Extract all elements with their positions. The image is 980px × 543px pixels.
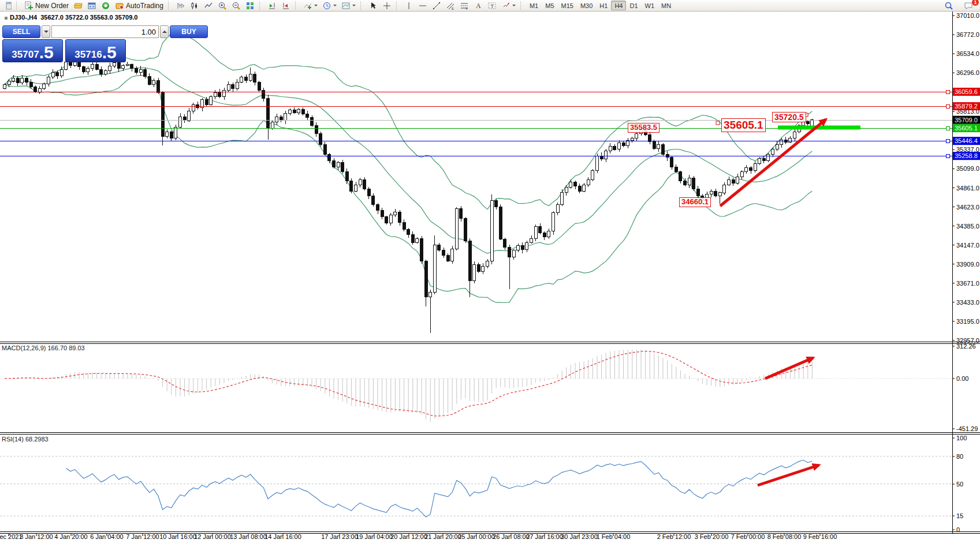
svg-text:30 Jan 23:00: 30 Jan 23:00	[561, 533, 598, 540]
templates-button[interactable]	[339, 1, 358, 10]
terminal-window-button[interactable]	[85, 1, 99, 10]
search-icon[interactable]	[942, 1, 956, 10]
svg-text:33671.0: 33671.0	[956, 280, 979, 287]
window-partial-icon	[2, 1, 12, 10]
horizontal-line-button[interactable]	[416, 1, 430, 10]
toolbar-label: M5	[545, 2, 554, 9]
svg-text:25 Jan 00:00: 25 Jan 00:00	[458, 533, 495, 540]
candles-icon	[190, 1, 199, 10]
tf-h4[interactable]: H4	[611, 1, 626, 10]
tf-h1[interactable]: H1	[596, 1, 611, 10]
svg-text:E: E	[452, 7, 454, 10]
zoom-in-icon	[218, 1, 227, 10]
svg-text:17 Jan 23:00: 17 Jan 23:00	[321, 533, 358, 540]
svg-text:34385.0: 34385.0	[956, 223, 979, 230]
svg-text:80: 80	[956, 453, 963, 460]
toolbar-separator	[259, 1, 264, 10]
sell-button[interactable]: SELL	[2, 25, 40, 38]
toolbar-separator	[396, 1, 401, 10]
candlestick-chart-button[interactable]	[188, 1, 202, 10]
vertical-line-button[interactable]	[402, 1, 416, 10]
price-annotation[interactable]: 35720.5	[772, 112, 806, 122]
svg-text:312.26: 312.26	[956, 343, 976, 350]
chart-canvas[interactable]: 37010.036772.036534.036296.035813.035337…	[0, 0, 980, 543]
periods-button[interactable]	[320, 1, 339, 10]
volume-increase-button[interactable]	[160, 25, 169, 38]
price-annotation[interactable]: 35583.5	[628, 123, 659, 133]
chart-shift-button[interactable]	[279, 1, 293, 10]
price-axis[interactable]: 37010.036772.036534.036296.035813.035337…	[952, 12, 980, 533]
svg-text:0.00: 0.00	[956, 375, 968, 382]
svg-text:10 Jan 16:00: 10 Jan 16:00	[159, 533, 196, 540]
crosshair-button[interactable]	[380, 1, 394, 10]
indicators-button[interactable]	[301, 1, 320, 10]
price-annotation[interactable]: 35605.1	[721, 118, 766, 132]
tf-m30[interactable]: M30	[577, 1, 596, 10]
buy-button[interactable]: BUY	[170, 25, 208, 38]
svg-text:36534.0: 36534.0	[956, 50, 979, 57]
svg-text:3 Feb 20:00: 3 Feb 20:00	[695, 533, 729, 540]
tf-m1[interactable]: M1	[526, 1, 542, 10]
svg-text:6 Jan 04:00: 6 Jan 04:00	[90, 533, 124, 540]
arrows-button[interactable]	[499, 1, 518, 10]
zoom-out-button[interactable]	[229, 1, 243, 10]
tf-w1[interactable]: W1	[642, 1, 658, 10]
new-order-icon	[24, 1, 33, 10]
toolbar-label: AutoTrading	[126, 2, 163, 10]
tile-icon	[245, 1, 255, 10]
svg-text:26 Jan 08:00: 26 Jan 08:00	[493, 533, 530, 540]
svg-text:34147.0: 34147.0	[956, 242, 979, 249]
hline-icon	[418, 1, 427, 10]
cursor-icon	[368, 1, 378, 10]
broadcast-button[interactable]	[99, 1, 113, 10]
new-order-button[interactable]: New Order	[22, 1, 71, 10]
cursor-button[interactable]	[366, 1, 380, 10]
tf-mn[interactable]: MN	[658, 1, 675, 10]
toolbar: New OrderAutoTradingEFATM1M5M15M30H1H4D1…	[0, 0, 980, 12]
toolbar-separator	[168, 1, 173, 10]
text-a-icon: A	[474, 1, 483, 10]
auto-scroll-button[interactable]	[265, 1, 279, 10]
deposit-button[interactable]	[71, 1, 85, 10]
svg-text:34623.0: 34623.0	[956, 204, 979, 211]
time-axis[interactable]: Dec 20213 Jan 12:004 Jan 20:006 Jan 04:0…	[0, 533, 837, 540]
tf-m15[interactable]: M15	[558, 1, 577, 10]
volume-decrease-button[interactable]	[42, 25, 50, 38]
sell-price-frac: .5	[39, 44, 54, 61]
svg-text:12 Jan 00:00: 12 Jan 00:00	[194, 533, 231, 540]
channel-button[interactable]: E	[444, 1, 457, 10]
ohlc-low: 35563.0	[90, 14, 113, 21]
fibo-icon: F	[460, 1, 469, 10]
svg-text:15: 15	[956, 512, 963, 519]
trendline-button[interactable]	[430, 1, 444, 10]
bar-chart-button[interactable]	[174, 1, 188, 10]
toolbar-label: H1	[599, 2, 608, 9]
buy-price-display[interactable]: 35716.5	[65, 39, 126, 62]
trendline-icon	[432, 1, 441, 10]
macd-histogram	[5, 349, 812, 422]
svg-text:20 Jan 12:00: 20 Jan 12:00	[390, 533, 427, 540]
text-button[interactable]: A	[471, 1, 485, 10]
volume-input[interactable]	[51, 25, 159, 38]
price-annotation[interactable]: 34660.1	[679, 197, 711, 207]
tf-m5[interactable]: M5	[542, 1, 557, 10]
svg-text:F: F	[465, 7, 468, 10]
toolbar-separator	[360, 1, 365, 10]
zoom-in-button[interactable]	[215, 1, 229, 10]
chevron-down-icon	[333, 5, 337, 8]
tile-windows-button[interactable]	[243, 1, 257, 10]
line-chart-button[interactable]	[202, 1, 215, 10]
fibonacci-button[interactable]: F	[457, 1, 471, 10]
autotrading-button[interactable]: AutoTrading	[113, 1, 166, 10]
svg-text:3 Jan 12:00: 3 Jan 12:00	[20, 533, 53, 540]
pane-borders	[0, 12, 980, 534]
rsi-trend-arrow[interactable]	[758, 465, 819, 485]
chat-icon[interactable]: 1	[962, 1, 975, 10]
text-label-button[interactable]: T	[485, 1, 499, 10]
toolbar-label: W1	[645, 2, 655, 9]
sell-price-display[interactable]: 35707.5	[2, 39, 63, 62]
toolbar-label: New Order	[35, 2, 69, 10]
tf-d1[interactable]: D1	[626, 1, 641, 10]
macd-trend-arrow[interactable]	[765, 358, 813, 379]
annotation-anchor[interactable]	[716, 121, 720, 125]
